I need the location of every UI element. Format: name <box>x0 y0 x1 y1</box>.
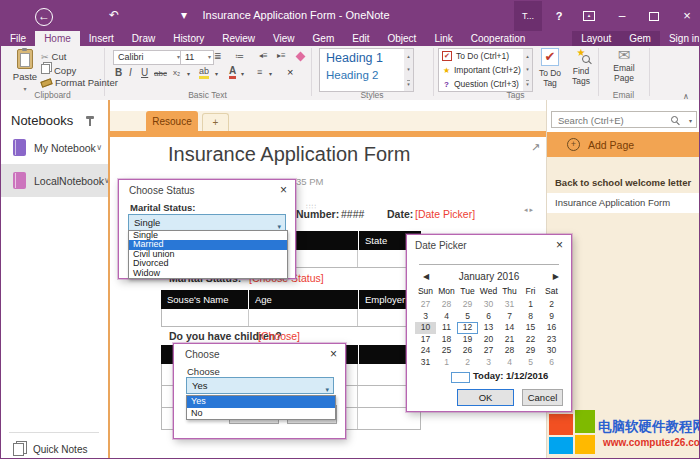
marital-status-combobox[interactable]: Single ▾ <box>128 214 286 231</box>
choose-link[interactable]: [Choose] <box>258 330 300 342</box>
choose-combobox[interactable]: Yes ▾ <box>186 377 334 394</box>
ribbon-tab[interactable]: Layout <box>572 31 620 46</box>
calendar-day[interactable]: 17 <box>415 334 436 346</box>
calendar-day[interactable]: 29 <box>457 299 478 311</box>
chevron-down-icon[interactable]: ∨ <box>96 143 102 152</box>
date-picker-link[interactable]: [Date Picker] <box>415 208 475 220</box>
cut-button[interactable]: ✂Cut <box>41 51 66 62</box>
new-section-tab[interactable]: + <box>202 113 229 132</box>
calendar-day[interactable]: 4 <box>499 357 520 369</box>
calendar-day[interactable]: 2 <box>457 357 478 369</box>
calendar-day[interactable]: 28 <box>436 299 457 311</box>
copy-button[interactable]: Copy <box>41 64 76 76</box>
calendar-day[interactable]: 27 <box>415 299 436 311</box>
chevron-down-icon[interactable]: ▾ <box>689 117 692 124</box>
ribbon-tab[interactable]: Sign in <box>660 31 700 46</box>
calendar-day[interactable]: 10 <box>415 322 436 334</box>
calendar-day[interactable]: 20 <box>478 334 499 346</box>
styles-scroll[interactable]: ▴▾▾ <box>404 48 414 92</box>
highlight-button[interactable]: ab <box>199 66 209 79</box>
pin-icon[interactable] <box>89 118 91 126</box>
paragraph-align-icon[interactable]: ≡ <box>257 67 262 77</box>
font-size-combo[interactable]: 11▾ <box>180 50 214 65</box>
calendar-day[interactable]: 9 <box>541 311 562 323</box>
maximize-icon[interactable] <box>643 1 665 31</box>
calendar-day[interactable]: 13 <box>478 322 499 334</box>
page-list-item[interactable]: Back to school welcome letter <box>547 173 700 193</box>
style-item[interactable]: Heading 2 <box>320 69 405 81</box>
calendar-day[interactable]: 29 <box>520 345 541 357</box>
page-title[interactable]: Insurance Application Form <box>168 143 410 166</box>
paste-button[interactable]: Paste ▾ <box>9 49 41 93</box>
calendar-day[interactable]: 16 <box>541 322 562 334</box>
today-marker-box[interactable] <box>451 372 470 383</box>
bullets-icon[interactable]: ≣ <box>214 51 222 61</box>
email-page-button[interactable]: ✉ Email Page <box>607 47 641 83</box>
bold-button[interactable]: B <box>115 67 122 78</box>
table-row[interactable] <box>161 309 421 327</box>
calendar-day[interactable]: 21 <box>499 334 520 346</box>
dropdown-option[interactable]: Yes <box>187 396 335 408</box>
calendar-day[interactable]: 6 <box>541 357 562 369</box>
styles-gallery[interactable]: Heading 1Heading 2 <box>319 48 406 92</box>
dropdown-option[interactable]: Widow <box>129 269 287 278</box>
calendar-day[interactable]: 3 <box>478 357 499 369</box>
next-month-icon[interactable]: ▶ <box>553 272 559 281</box>
ribbon-tab[interactable]: Link <box>425 31 461 46</box>
clear-formatting-icon[interactable] <box>296 52 306 62</box>
notebook-item[interactable]: My Notebook∨ <box>1 131 108 164</box>
calendar-day[interactable]: 24 <box>415 345 436 357</box>
font-name-combo[interactable]: Calibri▾ <box>113 50 183 65</box>
calendar-day[interactable]: 19 <box>457 334 478 346</box>
calendar-day[interactable]: 1 <box>436 357 457 369</box>
subscript-button[interactable]: x₂ <box>173 68 180 77</box>
calendar-day[interactable]: 25 <box>436 345 457 357</box>
chevron-down-icon[interactable]: ▾ <box>241 70 244 77</box>
ribbon-tab[interactable]: File <box>1 31 35 46</box>
tags-gallery[interactable]: ✔To Do (Ctrl+1)★Important (Ctrl+2)?Quest… <box>438 48 525 92</box>
style-item[interactable]: Heading 1 <box>320 51 405 65</box>
ribbon-tab[interactable]: Insert <box>80 31 123 46</box>
calendar-day[interactable]: 14 <box>499 322 520 334</box>
tags-scroll[interactable]: ▴▾▾ <box>523 48 533 92</box>
ribbon-tab[interactable]: Object <box>379 31 426 46</box>
ribbon-tab[interactable]: Edit <box>343 31 378 46</box>
strikethrough-button[interactable]: abc <box>154 69 167 78</box>
spouse-table[interactable]: Souse's NameAgeEmployer <box>161 290 421 327</box>
calendar-day[interactable]: 3 <box>415 311 436 323</box>
tag-item[interactable]: ✔To Do (Ctrl+1) <box>439 49 524 63</box>
ok-button[interactable]: OK <box>457 389 514 406</box>
calendar-day[interactable]: 31 <box>499 299 520 311</box>
ribbon-tab[interactable]: History <box>164 31 213 46</box>
calendar-day[interactable]: 15 <box>520 322 541 334</box>
close-icon[interactable]: × <box>330 347 337 361</box>
add-page-button[interactable]: + Add Page <box>547 132 700 157</box>
calendar-day[interactable]: 30 <box>478 299 499 311</box>
ribbon-tab[interactable]: Cooperation <box>462 31 534 46</box>
calendar-day[interactable]: 7 <box>499 311 520 323</box>
calendar-day[interactable]: 8 <box>520 311 541 323</box>
find-tags-button[interactable]: ★ Find Tags <box>566 47 596 86</box>
calendar-day[interactable]: 31 <box>415 357 436 369</box>
calendar-day[interactable]: 1 <box>520 299 541 311</box>
calendar-day[interactable]: 22 <box>520 334 541 346</box>
cancel-button[interactable]: Cancel <box>522 389 563 406</box>
today-label[interactable]: Today: 1/12/2016 <box>473 370 548 381</box>
container-resize-icon[interactable]: ◂ ▸ <box>524 206 533 214</box>
search-input[interactable] <box>556 113 668 128</box>
ribbon-tab[interactable]: Gem <box>304 31 344 46</box>
close-icon[interactable]: × <box>280 183 287 197</box>
calendar-day[interactable]: 30 <box>541 345 562 357</box>
ribbon-tab[interactable]: Gem <box>620 31 660 46</box>
close-icon[interactable]: × <box>675 1 699 31</box>
calendar-day[interactable]: 2 <box>541 299 562 311</box>
calendar-day[interactable]: 6 <box>478 311 499 323</box>
calendar-day[interactable]: 11 <box>436 322 457 334</box>
ribbon-tab[interactable]: View <box>264 31 304 46</box>
calendar-day[interactable]: 27 <box>478 345 499 357</box>
calendar-day[interactable]: 23 <box>541 334 562 346</box>
chevron-down-icon[interactable]: ▾ <box>215 70 218 77</box>
calendar-day[interactable]: 26 <box>457 345 478 357</box>
chevron-down-icon[interactable]: ▾ <box>187 70 190 77</box>
expand-icon[interactable]: ↗ <box>531 141 540 154</box>
